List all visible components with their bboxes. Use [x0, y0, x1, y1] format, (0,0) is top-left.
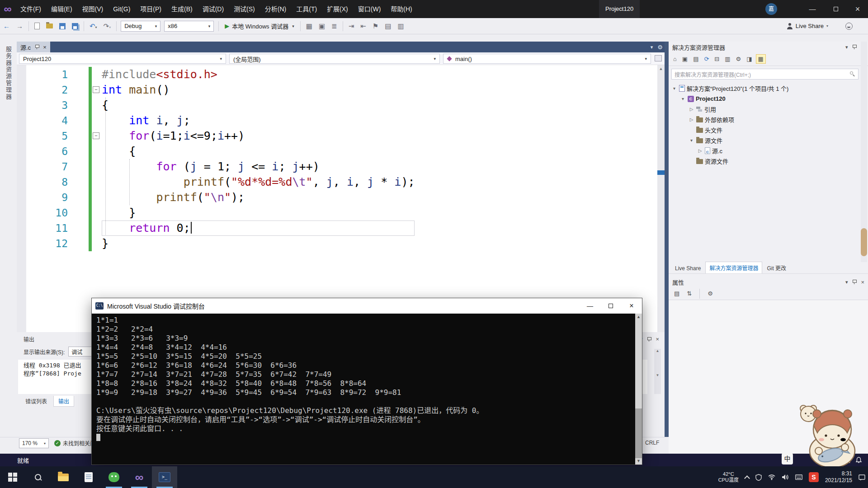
wechat-button[interactable] — [101, 466, 127, 488]
chevron-down-icon[interactable]: ▾ — [680, 96, 686, 101]
chevron-right-icon[interactable]: ▷ — [697, 148, 703, 153]
categorized-icon[interactable]: ▤ — [672, 289, 681, 298]
menu-窗口(W)[interactable]: 窗口(W) — [353, 0, 386, 18]
menu-文件(F)[interactable]: 文件(F) — [15, 0, 46, 18]
menu-分析(N)[interactable]: 分析(N) — [260, 0, 291, 18]
menu-生成(B)[interactable]: 生成(B) — [166, 0, 198, 18]
menu-Git(G)[interactable]: Git(G) — [108, 0, 135, 18]
tab-close-icon[interactable]: × — [43, 44, 47, 51]
tree-item-源文件[interactable]: ▾源文件 — [669, 135, 861, 145]
property-pages-icon[interactable]: ⚙ — [706, 289, 715, 298]
menu-调试(D)[interactable]: 调试(D) — [198, 0, 229, 18]
tree-item-解决方案“Project120”(1 个项目/共 1 个)[interactable]: ▾解决方案“Project120”(1 个项目/共 1 个) — [669, 83, 861, 94]
menu-视图(V)[interactable]: 视图(V) — [77, 0, 108, 18]
code-line-4[interactable]: int i, j; — [102, 113, 415, 128]
pin-icon[interactable] — [34, 44, 39, 50]
image-watch-icon[interactable]: ▣ — [316, 22, 328, 30]
maximize-button[interactable] — [826, 0, 846, 18]
chevron-right-icon[interactable]: ▷ — [689, 117, 694, 122]
panel-splitter[interactable] — [665, 42, 669, 437]
debug-console-window[interactable]: C:\ Microsoft Visual Studio 调试控制台 — × 1*… — [91, 298, 642, 465]
solution-search-box[interactable]: 搜索解决方案资源管理器(Ctrl+;) — [671, 69, 859, 80]
code-area[interactable]: #include<stdio.h>int main(){ int i, j; f… — [102, 67, 415, 251]
live-share-button[interactable]: Live Share ▾ — [787, 23, 828, 29]
redo-icon[interactable]: ↷▾ — [100, 22, 114, 30]
se-workspaces-icon[interactable]: ▣ — [680, 55, 689, 63]
fold-marker[interactable]: − — [93, 132, 99, 139]
output-scrollbar[interactable]: ▲▼ — [654, 349, 661, 394]
open-file-icon[interactable] — [46, 23, 53, 28]
tree-item-源.c[interactable]: ▷源.c — [669, 145, 861, 156]
console-title-bar[interactable]: C:\ Microsoft Visual Studio 调试控制台 — [92, 298, 642, 314]
menu-项目(P)[interactable]: 项目(P) — [135, 0, 166, 18]
output-tab-错误列表[interactable]: 错误列表 — [21, 396, 52, 407]
code-line-1[interactable]: #include<stdio.h> — [102, 67, 415, 82]
network-wifi-icon[interactable] — [768, 474, 775, 480]
output-close-icon[interactable]: × — [656, 336, 659, 343]
props-options-icon[interactable]: ▾ — [845, 279, 848, 285]
menu-扩展(X)[interactable]: 扩展(X) — [322, 0, 353, 18]
se-show-all-files-icon[interactable]: ▥ — [723, 55, 732, 63]
code-line-10[interactable]: } — [102, 205, 415, 221]
se-options-icon[interactable]: ▾ — [845, 44, 848, 50]
props-close-icon[interactable]: × — [861, 279, 864, 286]
alphabetical-icon[interactable]: ⇅ — [685, 289, 693, 298]
bookmark-icon[interactable]: ⚑ — [369, 22, 382, 30]
code-line-6[interactable]: { — [102, 144, 415, 159]
navigate-back-icon[interactable]: ← — [0, 22, 13, 30]
console-scroll-down-icon[interactable]: ▼ — [635, 458, 642, 465]
props-pin-icon[interactable] — [852, 279, 857, 285]
output-tab-输出[interactable]: 输出 — [53, 396, 74, 407]
console-scrollbar[interactable]: ▲ ▼ — [635, 314, 642, 465]
comment-icon[interactable]: ▤ — [382, 22, 394, 30]
server-explorer-vertical-tab[interactable]: 服务器资源管理器 — [4, 46, 13, 100]
scroll-up-icon[interactable]: ▲ — [657, 65, 665, 72]
se-pending-icon[interactable]: ▤ — [691, 55, 700, 63]
start-button[interactable] — [0, 466, 25, 488]
outdent-icon[interactable]: ⇤ — [357, 22, 369, 30]
menu-帮助(H)[interactable]: 帮助(H) — [386, 0, 417, 18]
se-pin-icon[interactable] — [852, 44, 857, 50]
active-files-dropdown-icon[interactable]: ▾ — [651, 44, 653, 50]
fold-marker[interactable]: − — [93, 86, 99, 93]
scope-dropdown[interactable]: (全局范围)▾ — [229, 54, 440, 64]
taskbar-clock[interactable]: 8:31 2021/12/15 — [825, 470, 852, 484]
code-line-5[interactable]: for(i=1;i<=9;i++) — [102, 128, 415, 144]
code-line-12[interactable]: } — [102, 236, 415, 251]
se-back-icon[interactable]: ⌂ — [671, 55, 679, 63]
panel-tab-Git 更改[interactable]: Git 更改 — [763, 262, 790, 273]
notepad-button[interactable] — [76, 466, 101, 488]
tree-item-头文件[interactable]: 头文件 — [669, 125, 861, 135]
console-minimize-button[interactable]: — — [580, 298, 600, 314]
menu-测试(S)[interactable]: 测试(S) — [229, 0, 260, 18]
uncomment-icon[interactable]: ▥ — [394, 22, 407, 30]
ime-indicator[interactable]: 中 — [782, 453, 793, 465]
function-dropdown[interactable]: main()▾ — [443, 54, 651, 64]
menu-工具(T)[interactable]: 工具(T) — [291, 0, 322, 18]
visual-studio-button[interactable]: ∞ — [127, 466, 152, 488]
close-button[interactable]: × — [847, 0, 868, 18]
show-hidden-icons-chevron[interactable] — [744, 475, 750, 481]
console-taskbar-button[interactable]: >_ — [152, 466, 177, 488]
panel-tab-Live Share[interactable]: Live Share — [671, 263, 704, 273]
volume-icon[interactable] — [782, 474, 789, 480]
minimize-button[interactable]: — — [802, 0, 823, 18]
platform-dropdown[interactable]: x86▾ — [164, 21, 214, 32]
zoom-dropdown[interactable]: 170 %▾ — [19, 438, 49, 448]
sogou-input-icon[interactable]: S — [809, 472, 819, 482]
align-icon[interactable]: ≣ — [328, 22, 340, 30]
word-wrap-icon[interactable] — [655, 55, 662, 61]
tree-item-资源文件[interactable]: 资源文件 — [669, 156, 861, 166]
tabstrip-options-icon[interactable]: ⚙ — [657, 44, 663, 51]
code-editor[interactable]: 123456789101112 − − #include<stdio.h>int… — [17, 65, 665, 332]
se-preview-icon[interactable]: ▦ — [756, 54, 766, 64]
output-pin-icon[interactable] — [646, 337, 651, 342]
chevron-down-icon[interactable]: ▾ — [689, 138, 694, 143]
se-collapse-all-icon[interactable]: ⊟ — [712, 55, 721, 63]
editor-scrollbar[interactable]: ▲ — [657, 65, 665, 332]
attach-process-icon[interactable]: ▦ — [303, 22, 316, 30]
code-line-3[interactable]: { — [102, 98, 415, 113]
panel-tab-解决方案资源管理器[interactable]: 解决方案资源管理器 — [705, 262, 762, 273]
tree-item-引用[interactable]: ▷引用 — [669, 104, 861, 114]
se-scrollbar-thumb[interactable] — [861, 228, 867, 256]
